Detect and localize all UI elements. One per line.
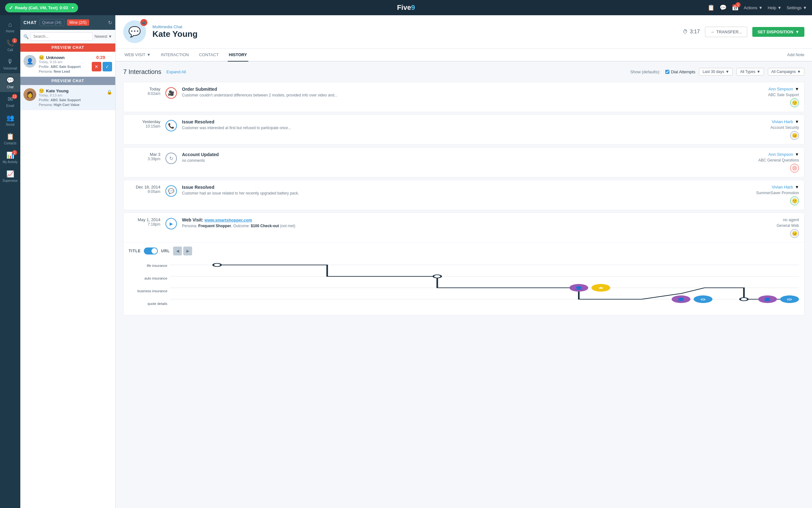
chat-actions: ✕ ✓ [92, 62, 112, 71]
svg-text:👤: 👤 [676, 297, 686, 301]
chat-time: Today, 9:13 am [39, 93, 104, 97]
interaction-body: Account Updated no comments [182, 152, 730, 163]
svg-text:★: ★ [597, 286, 604, 290]
help-label: Help [768, 5, 776, 10]
last-30-days-dropdown[interactable]: Last 30 days ▼ [699, 68, 733, 76]
set-disposition-button[interactable]: SET DISPOSITION ▼ [752, 27, 804, 37]
svg-text:👤: 👤 [574, 286, 584, 290]
all-campaigns-dropdown[interactable]: All Campaigns ▼ [768, 68, 804, 76]
disposition-dropdown-icon: ▼ [795, 30, 799, 34]
nav-arrows: ◀ ▶ [173, 247, 192, 255]
campaigns-dropdown-icon: ▼ [797, 70, 801, 74]
add-note-button[interactable]: Add Note [787, 52, 804, 57]
accept-button[interactable]: ✓ [103, 62, 112, 71]
sidebar-item-contacts[interactable]: 📋 Contacts [0, 129, 20, 148]
sort-dropdown[interactable]: Newest ▼ [94, 34, 112, 39]
agent-name[interactable]: Vivian Harb [772, 119, 793, 124]
help-menu[interactable]: Help ▼ [768, 5, 782, 10]
queue-button[interactable]: Queue (34) [39, 19, 65, 26]
interaction-item: Dec 18, 2014 9:05am 💬 Issue Resolved Cus… [123, 180, 804, 210]
interaction-right: no agent General Web 😐 [735, 217, 799, 238]
interaction-title: Issue Resolved [182, 119, 730, 124]
tab-contact[interactable]: CONTACT [198, 48, 220, 61]
sidebar-item-label: Social [6, 123, 14, 126]
sidebar-item-chat[interactable]: 💬 Chat [0, 73, 20, 92]
sidebar-item-voicemail[interactable]: 🎙 Voicemail [0, 55, 20, 73]
time-label: 3:39pm [129, 157, 160, 161]
title-url-toggle: TITLE URL ◀ ▶ [129, 243, 799, 255]
actions-menu[interactable]: Actions ▼ [744, 5, 763, 10]
all-campaigns-label: All Campaigns [771, 70, 796, 74]
sidebar-item-label: Contacts [4, 141, 16, 145]
interaction-date: Mar 3 3:39pm [129, 152, 160, 161]
tab-label: WEB VISIT [124, 52, 146, 57]
notes-icon[interactable]: 📋 [707, 4, 714, 11]
list-item[interactable]: 👤 😐 Unknown Today, 9:16 am Profile: ABC … [20, 52, 115, 77]
transfer-button[interactable]: → TRANSFER... [705, 27, 747, 37]
tab-history[interactable]: HISTORY [228, 48, 248, 61]
calendar-badge: 1 [735, 2, 740, 7]
all-types-label: All Types [740, 70, 755, 74]
dial-attempts-filter[interactable]: Dial Attempts [665, 70, 695, 74]
all-types-dropdown[interactable]: All Types ▼ [736, 68, 764, 76]
phone-call-icon: 📞 [165, 120, 177, 131]
top-bar-right: 📋 💬 📅 1 Actions ▼ Help ▼ Settings ▼ [707, 4, 807, 11]
date-label: May 1, 2014 [129, 217, 160, 222]
contact-info-header: Multimedia Chat Kate Young [152, 25, 676, 39]
sentiment-emoji: 🙂 [39, 88, 44, 93]
prev-arrow[interactable]: ◀ [173, 247, 182, 255]
interactions-header: 7 Interactions Expand All Show (defaults… [123, 68, 804, 76]
agent-name[interactable]: Ann Simpson [769, 152, 793, 157]
logo: Five9 [397, 3, 415, 12]
web-persona: Persona: Frequent Shopper, Outcome: $100… [182, 224, 730, 228]
time-label: 9:05am [129, 189, 160, 194]
last-30-days-label: Last 30 days [702, 70, 724, 74]
journey-label: business insurance [129, 285, 167, 297]
campaign-name: ABC Sale Support [768, 93, 799, 97]
date-label: Today [129, 87, 160, 91]
journey-track: 👤 ★ 👤 ⚙ 👤 [170, 259, 799, 310]
sidebar-item-social[interactable]: 👥 Social [0, 111, 20, 129]
expand-all-button[interactable]: Expand All [166, 70, 186, 74]
interaction-title: Account Updated [182, 152, 730, 157]
title-toggle-label: TITLE [129, 249, 141, 253]
sidebar-item-call[interactable]: 1 📞 Call [0, 36, 20, 55]
agent-name[interactable]: Vivian Harb [772, 185, 793, 189]
interaction-item: Yesterday 10:15am 📞 Issue Resolved Custo… [123, 115, 804, 145]
voicemail-icon: 🎙 [7, 58, 13, 66]
url-toggle-label: URL [161, 249, 170, 253]
tab-web-visit[interactable]: WEB VISIT ▼ [123, 48, 152, 61]
title-url-switch[interactable] [144, 248, 158, 254]
sidebar-item-email[interactable]: 13 ✉ Email [0, 92, 20, 111]
interaction-desc: Customer was interested at first but ref… [182, 126, 730, 130]
refresh-button[interactable]: ↻ [108, 20, 112, 26]
date-dropdown-icon: ▼ [725, 70, 729, 74]
dial-attempts-checkbox[interactable] [665, 70, 669, 74]
sidebar-item-home[interactable]: ⌂ Home [0, 18, 20, 36]
interaction-desc: Customer couldn't understand differences… [182, 93, 730, 97]
content-header: 💬 📹 Multimedia Chat Kate Young ⏱ 3:17 → … [116, 15, 812, 48]
next-arrow[interactable]: ▶ [183, 247, 192, 255]
chat-info: 😐 Unknown Today, 9:16 am Profile: ABC Sa… [39, 55, 89, 73]
chat-icon[interactable]: 💬 [720, 4, 727, 11]
settings-menu[interactable]: Settings ▼ [786, 5, 807, 10]
interaction-icon-col: 📞 [165, 119, 177, 131]
list-item[interactable]: 👩 🙂 Kate Young Today, 9:13 am Profile: A… [20, 85, 115, 110]
reject-button[interactable]: ✕ [92, 62, 101, 71]
sidebar-item-supervisor[interactable]: 📈 Supervisor [0, 167, 20, 185]
check-circle-icon: ✓ [9, 5, 13, 11]
campaign-name: Account Security [770, 125, 799, 130]
set-disposition-label: SET DISPOSITION [758, 30, 793, 34]
ready-badge[interactable]: ✓ Ready (Call, VM, Text) 0:03 ▼ [5, 3, 78, 12]
calendar-icon[interactable]: 📅 1 [732, 4, 739, 11]
tab-interaction[interactable]: INTERACTION [160, 48, 190, 61]
mine-button[interactable]: Mine (2/5) [67, 19, 89, 26]
search-input[interactable] [31, 32, 93, 41]
web-url[interactable]: www.smartshopper.com [204, 218, 252, 222]
campaign-name: SummerSaver Promotion [756, 191, 799, 195]
agent-name[interactable]: Ann Simpson [769, 87, 793, 91]
sidebar-item-my-activity[interactable]: 2 📊 My Activity [0, 148, 20, 167]
interactions-count: 7 Interactions [123, 68, 161, 76]
agent-dropdown-icon: ▼ [795, 152, 799, 157]
chat-timer: 0:29 [96, 55, 108, 60]
